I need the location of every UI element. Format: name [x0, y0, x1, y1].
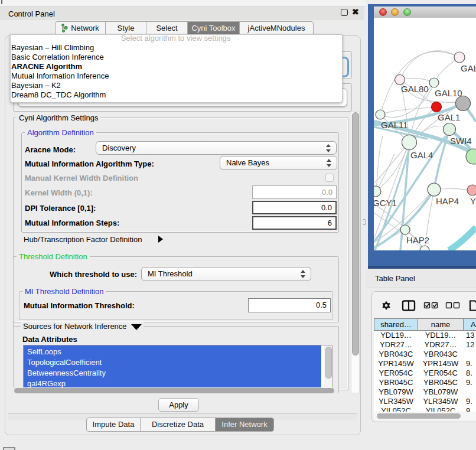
- svg-text:GAL4: GAL4: [410, 150, 433, 160]
- svg-text:GAL7: GAL7: [461, 63, 476, 73]
- svg-text:GAL10: GAL10: [435, 88, 462, 98]
- svg-text:SWI4: SWI4: [450, 136, 472, 146]
- svg-text:GAL80: GAL80: [401, 84, 429, 94]
- svg-text:Y: Y: [470, 196, 476, 206]
- svg-text:HAP2: HAP2: [406, 235, 429, 245]
- svg-text:HAP4: HAP4: [436, 196, 459, 206]
- svg-text:GCY1: GCY1: [374, 198, 397, 208]
- svg-text:GAL1: GAL1: [438, 112, 460, 122]
- svg-text:GAL11: GAL11: [381, 120, 408, 130]
